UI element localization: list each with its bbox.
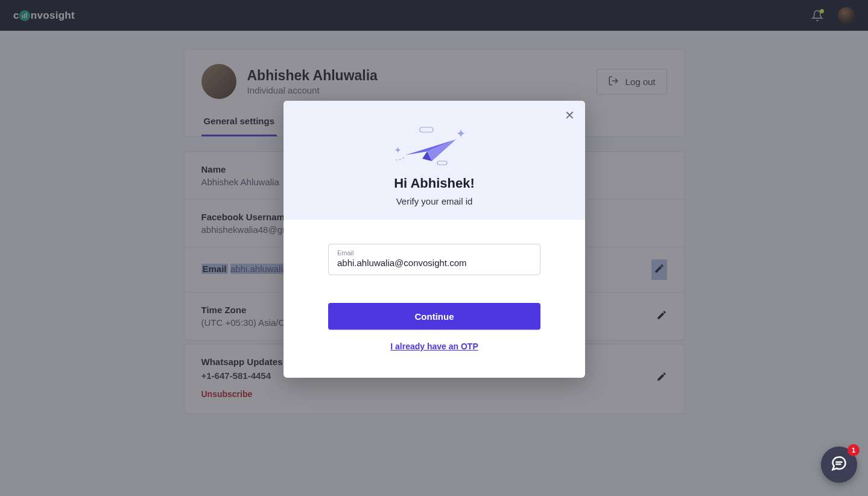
modal-hero: Hi Abhishek! Verify your email id: [284, 101, 585, 220]
modal-subtitle: Verify your email id: [298, 196, 571, 206]
already-have-otp-link[interactable]: I already have an OTP: [328, 342, 540, 351]
modal-title: Hi Abhishek!: [298, 176, 571, 191]
close-modal-button[interactable]: ✕: [562, 108, 577, 122]
verify-email-modal: ✕ Hi Abhishek! Verify your email id E: [284, 101, 585, 378]
continue-button[interactable]: Continue: [328, 303, 540, 329]
svg-marker-4: [427, 139, 456, 161]
paper-plane-icon: [392, 121, 477, 170]
email-field-label: Email: [337, 249, 531, 256]
chat-icon: [831, 455, 847, 474]
email-input[interactable]: [337, 258, 531, 268]
close-icon: ✕: [565, 108, 575, 122]
chat-badge: 1: [847, 444, 860, 456]
chat-widget-button[interactable]: 1: [821, 447, 857, 483]
email-field-wrapper: Email: [328, 244, 540, 275]
modal-body: Email Continue I already have an OTP: [284, 220, 585, 378]
